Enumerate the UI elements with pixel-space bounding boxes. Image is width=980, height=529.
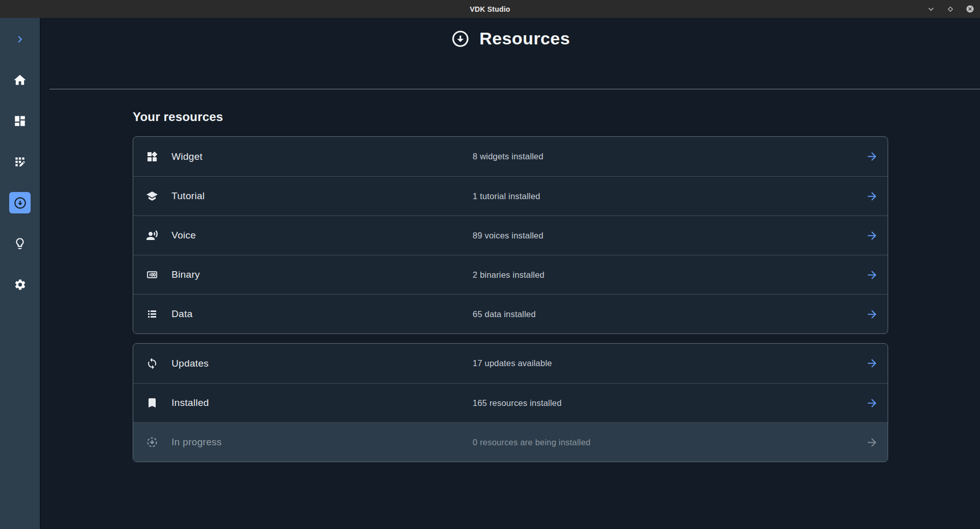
bookmark-icon [146, 397, 172, 409]
widgets-icon [146, 151, 172, 163]
app-registration-icon [13, 155, 27, 169]
arrow-right-icon[interactable] [866, 357, 878, 370]
resource-row-label: Data [172, 308, 473, 320]
app-shell: Resources Your resources Widget 8 widget… [0, 18, 980, 529]
resource-row-label: Updates [172, 358, 473, 369]
diamond-icon[interactable] [944, 3, 957, 15]
arrow-right-icon[interactable] [866, 229, 878, 242]
arrow-right-icon[interactable] [866, 190, 878, 203]
voice-icon [146, 229, 172, 242]
resource-row-value: 165 resources installed [473, 398, 866, 408]
header-divider [50, 89, 980, 89]
page-title: Resources [479, 29, 570, 49]
resource-row-value: 2 binaries installed [473, 270, 866, 280]
gear-icon [14, 278, 27, 291]
resource-row-updates[interactable]: Updates 17 updates available [133, 344, 888, 383]
resource-row-value: 8 widgets installed [473, 152, 866, 161]
arrow-right-icon[interactable] [866, 397, 878, 410]
resource-row-value: 1 tutorial installed [473, 191, 866, 201]
window-title: VDK Studio [470, 5, 510, 13]
resource-row-value: 89 voices installed [473, 231, 866, 241]
resource-row-value: 0 resources are being installed [473, 438, 866, 447]
resource-row-data[interactable]: Data 65 data installed [133, 294, 888, 333]
resource-types-card: Widget 8 widgets installed Tutorial 1 tu… [133, 136, 888, 334]
resource-row-label: Widget [172, 151, 473, 162]
resource-row-label: Voice [172, 230, 473, 241]
arrow-right-icon[interactable] [866, 308, 878, 321]
chevron-down-icon[interactable] [925, 3, 937, 15]
section-heading: Your resources [133, 110, 980, 124]
resource-row-voice[interactable]: Voice 89 voices installed [133, 215, 888, 255]
resource-row-label: Binary [172, 269, 473, 280]
sidebar-item-editor[interactable] [0, 141, 40, 182]
resource-row-binary[interactable]: Binary 2 binaries installed [133, 255, 888, 294]
resource-row-widget[interactable]: Widget 8 widgets installed [133, 137, 888, 176]
arrow-right-icon[interactable] [866, 269, 878, 281]
resource-row-in-progress[interactable]: In progress 0 resources are being instal… [133, 422, 888, 462]
resource-row-label: In progress [172, 437, 473, 448]
arrow-right-icon[interactable] [866, 436, 878, 449]
sidebar-item-resources[interactable] [0, 182, 40, 223]
lightbulb-icon [13, 237, 27, 250]
arrow-circle-down-icon [451, 29, 470, 49]
resource-row-tutorial[interactable]: Tutorial 1 tutorial installed [133, 176, 888, 215]
sidebar-item-dashboard[interactable] [0, 101, 40, 141]
resource-row-installed[interactable]: Installed 165 resources installed [133, 383, 888, 422]
arrow-circle-down-icon [13, 196, 27, 210]
page-header: Resources [41, 18, 980, 49]
home-icon [13, 73, 27, 87]
window-controls [925, 0, 976, 18]
sidebar-item-expand[interactable] [0, 19, 40, 60]
sync-icon [146, 357, 172, 370]
arrow-right-icon[interactable] [866, 150, 878, 163]
resource-status-card: Updates 17 updates available Installed 1… [133, 343, 888, 462]
resource-row-label: Installed [172, 397, 473, 408]
resource-cards: Widget 8 widgets installed Tutorial 1 tu… [133, 136, 888, 462]
active-indicator [9, 192, 31, 213]
dashboard-icon [13, 114, 27, 128]
main-content: Resources Your resources Widget 8 widget… [41, 18, 980, 529]
sidebar-nav [0, 18, 41, 529]
window-titlebar: VDK Studio [0, 0, 980, 18]
binary-icon [146, 269, 172, 281]
chevron-right-icon [13, 33, 27, 46]
downloading-icon [146, 436, 172, 448]
sidebar-item-settings[interactable] [0, 264, 40, 305]
sidebar-item-home[interactable] [0, 60, 40, 101]
resource-row-value: 17 updates available [473, 358, 866, 368]
sidebar-item-tips[interactable] [0, 223, 40, 264]
resource-row-label: Tutorial [172, 190, 473, 202]
resource-row-value: 65 data installed [473, 309, 866, 319]
school-icon [146, 190, 172, 202]
close-icon[interactable] [964, 3, 976, 15]
data-list-icon [146, 308, 172, 320]
